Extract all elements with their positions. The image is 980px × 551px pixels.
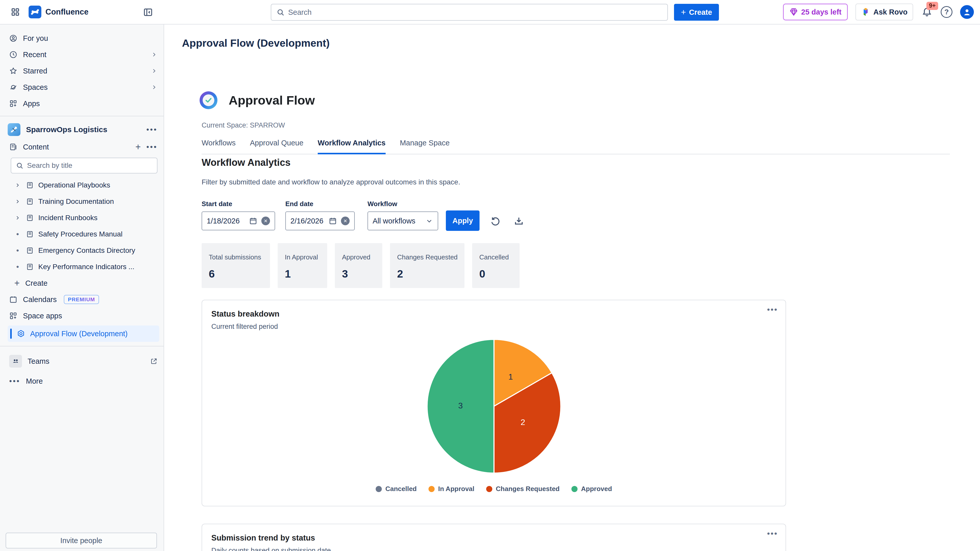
legend-item-cancelled[interactable]: Cancelled — [375, 485, 417, 493]
content-more-icon[interactable]: ••• — [146, 143, 158, 151]
clear-end-date-icon[interactable]: × — [341, 217, 350, 225]
chevron-right-icon[interactable] — [14, 198, 21, 205]
teams-label: Teams — [27, 357, 145, 365]
user-avatar[interactable] — [960, 5, 974, 19]
tree-item-label: Operational Playbooks — [38, 181, 110, 189]
sidebar-item-for-you[interactable]: For you — [0, 30, 164, 46]
trend-card-subtitle: Daily counts based on submission date — [211, 547, 776, 551]
status-card-header: Status breakdown Current filtered period… — [202, 300, 786, 330]
current-space-row[interactable]: SparrowOps Logistics ••• — [0, 121, 164, 139]
calendar-icon[interactable] — [249, 217, 257, 225]
analytics-description: Filter by submitted date and workflow to… — [202, 178, 460, 186]
plus-icon: + — [681, 8, 686, 16]
legend-label: Changes Requested — [496, 485, 560, 493]
tab-workflow-analytics[interactable]: Workflow Analytics — [318, 139, 386, 154]
legend-item-in-approval[interactable]: In Approval — [428, 485, 474, 493]
calendars-label: Calendars — [23, 295, 57, 304]
end-date-label: End date — [285, 200, 355, 208]
search-icon — [16, 162, 24, 169]
global-search[interactable] — [271, 4, 668, 21]
legend-label: In Approval — [438, 485, 474, 493]
collapse-sidebar-icon[interactable] — [142, 6, 154, 18]
help-icon[interactable]: ? — [941, 6, 953, 18]
tab-manage-space[interactable]: Manage Space — [400, 139, 450, 154]
sidebar-item-space-apps[interactable]: Space apps — [0, 308, 164, 324]
workflow-label: Workflow — [368, 200, 438, 208]
tree-item[interactable]: Operational Playbooks — [0, 177, 164, 193]
app-switcher-icon[interactable] — [9, 6, 21, 18]
tree-item-label: Key Performance Indicators ... — [38, 263, 135, 271]
legend-item-changes-requested[interactable]: Changes Requested — [486, 485, 560, 493]
stat-in-approval: In Approval 1 — [278, 243, 327, 288]
gem-icon — [789, 8, 798, 16]
sidebar-item-label: Recent — [23, 51, 145, 59]
clear-start-date-icon[interactable]: × — [261, 217, 270, 225]
stat-label: Changes Requested — [397, 253, 457, 261]
sidebar-item-more[interactable]: ••• More — [0, 373, 164, 389]
create-button[interactable]: + Create — [674, 4, 719, 21]
apps-grid-icon — [9, 100, 18, 108]
chevron-right-icon[interactable] — [14, 215, 21, 221]
legend-dot — [428, 486, 434, 492]
ask-rovo-button[interactable]: Ask Rovo — [856, 3, 913, 21]
stat-changes-requested: Changes Requested 2 — [390, 243, 465, 288]
sidebar-item-teams[interactable]: Teams — [0, 353, 164, 369]
reset-filters-button[interactable] — [488, 214, 503, 228]
sidebar-search-input[interactable] — [27, 162, 152, 170]
content-pages-icon — [9, 143, 18, 151]
tree-item[interactable]: • Emergency Contacts Directory — [0, 242, 164, 259]
stat-approved: Approved 3 — [335, 243, 382, 288]
card-menu-icon[interactable]: ••• — [767, 529, 778, 538]
sidebar-search[interactable] — [11, 158, 158, 173]
stats-row: Total submissions 6 In Approval 1 Approv… — [202, 243, 520, 288]
more-icon: ••• — [9, 377, 21, 386]
end-date-input[interactable]: 2/16/2026 × — [285, 211, 355, 230]
stat-label: In Approval — [285, 253, 320, 261]
legend-item-approved[interactable]: Approved — [571, 485, 612, 493]
sidebar-create-page[interactable]: + Create — [0, 275, 164, 291]
sidebar-item-spaces[interactable]: Spaces — [0, 79, 164, 95]
legend-dot — [375, 486, 382, 492]
notifications-button[interactable]: 9+ — [921, 6, 933, 18]
apply-button[interactable]: Apply — [446, 210, 479, 231]
stat-cancelled: Cancelled 0 — [472, 243, 520, 288]
sidebar-item-calendars[interactable]: Calendars PREMIUM — [0, 291, 164, 308]
add-content-icon[interactable]: + — [135, 142, 141, 151]
sidebar-item-starred[interactable]: Starred — [0, 63, 164, 79]
calendar-icon — [9, 295, 18, 303]
tab-approval-queue[interactable]: Approval Queue — [250, 139, 304, 154]
tree-item[interactable]: Incident Runbooks — [0, 210, 164, 226]
plus-icon: + — [14, 279, 20, 288]
search-input[interactable] — [288, 8, 662, 17]
start-date-input[interactable]: 1/18/2026 × — [202, 211, 275, 230]
sidebar-item-recent[interactable]: Recent — [0, 46, 164, 63]
topbar-left-group: Confluence — [0, 0, 89, 24]
chevron-right-icon — [151, 68, 158, 74]
tree-item[interactable]: • Key Performance Indicators ... — [0, 259, 164, 275]
invite-people-wrap: Invite people — [0, 530, 164, 551]
sidebar-scroll: For you Recent Starred Spaces Apps Sparr… — [0, 24, 164, 530]
sidebar-item-approval-flow-selected[interactable]: Approval Flow (Development) — [8, 326, 159, 342]
planet-icon — [9, 83, 18, 91]
tab-workflows[interactable]: Workflows — [202, 139, 235, 154]
sidebar-item-label: Spaces — [23, 83, 145, 92]
card-menu-icon[interactable]: ••• — [767, 305, 778, 314]
page-icon — [26, 263, 34, 271]
chevron-right-icon[interactable] — [14, 182, 21, 188]
download-button[interactable] — [512, 214, 526, 228]
reset-icon — [490, 216, 501, 227]
svg-text:1: 1 — [508, 372, 513, 381]
space-more-icon[interactable]: ••• — [146, 125, 158, 134]
start-date-label: Start date — [202, 200, 275, 208]
tree-item[interactable]: Training Documentation — [0, 193, 164, 210]
stat-label: Approved — [342, 253, 375, 261]
sidebar-item-apps[interactable]: Apps — [0, 95, 164, 112]
trial-days-left-button[interactable]: 25 days left — [783, 3, 848, 21]
content-section-row[interactable]: Content + ••• — [0, 139, 164, 155]
calendar-icon[interactable] — [329, 217, 337, 225]
workflow-select[interactable]: All workflows — [368, 211, 438, 230]
tree-item[interactable]: • Safety Procedures Manual — [0, 226, 164, 242]
apps-grid-icon — [9, 312, 18, 320]
confluence-logo-icon[interactable] — [29, 6, 41, 18]
invite-people-button[interactable]: Invite people — [6, 533, 157, 548]
